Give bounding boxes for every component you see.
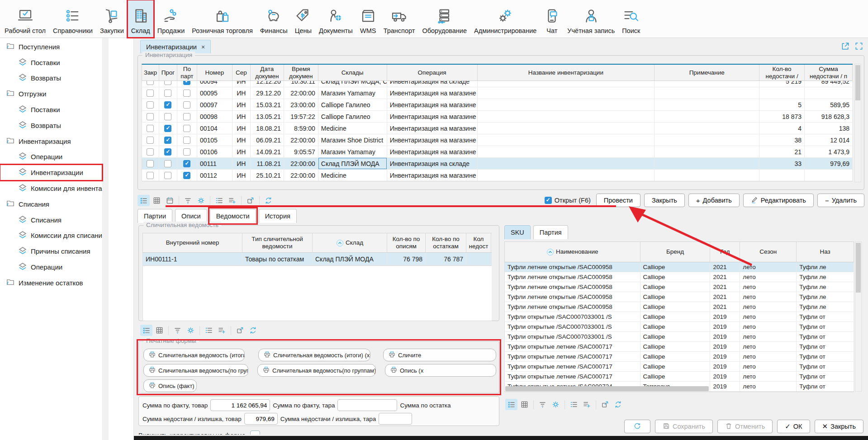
carried-out-checkbox[interactable] [164,90,171,97]
sku-row-12[interactable]: Туфли открытые летние /SAC000717Calliope… [505,372,854,382]
column-header[interactable]: Наименование [505,242,640,262]
view-grid-icon[interactable] [518,399,531,410]
sidebar-item-14[interactable]: Причины списания [0,243,102,259]
sku-row-7[interactable]: Туфли открытые /SAC0007033001 /SCalliope… [505,322,854,332]
closed-checkbox[interactable] [147,137,154,144]
sku-row-8[interactable]: Туфли открытые /SAC0007033001 /SCalliope… [505,332,854,342]
open-external-icon[interactable] [234,325,246,336]
sidebar-item-1[interactable]: Поступления [0,39,102,55]
closed-checkbox[interactable] [147,172,154,179]
sku-row-4[interactable]: Туфли летние открытые /SAC000958Calliope… [505,292,854,302]
table-row-00094[interactable]: 00094ИН12.12.2010:30:11Склад ПЛЭЙ МОДА, … [142,81,853,87]
sku-table-hscrollbar[interactable] [505,386,709,391]
by-party-checkbox[interactable] [183,137,190,144]
sidebar-item-10[interactable]: Комиссии для инвентаризации [0,180,102,196]
sidebar-item-11[interactable]: Списания [0,196,102,212]
column-header[interactable]: Внутренний номер [143,233,242,252]
carried-out-checkbox[interactable] [164,137,171,144]
column-header[interactable]: Название инвентаризации [478,65,655,80]
numbered-list-icon[interactable] [203,325,215,336]
by-party-checkbox[interactable] [183,172,190,179]
by-party-checkbox[interactable] [183,90,190,97]
toolbar-item-14[interactable]: Чат [540,0,564,38]
column-header[interactable]: Кол-вонедостачи / [759,65,805,80]
open-in-window-icon[interactable] [841,42,850,51]
toolbar-item-3[interactable]: Закупки [96,0,128,38]
print-form-button-1[interactable]: Сличительная ведомость (итоги) [143,349,245,361]
column-header[interactable]: Тип сличительнойведомости [242,233,313,252]
fact-goods-input[interactable] [210,399,270,411]
closed-checkbox[interactable] [147,81,154,85]
sidebar-item-12[interactable]: Списания [0,212,102,228]
add-list-icon[interactable] [226,195,238,206]
column-header[interactable]: Бренд [640,242,711,262]
filter-icon[interactable] [182,195,194,206]
column-header[interactable]: Операция [387,65,478,80]
tab-close-icon[interactable]: × [201,43,205,51]
table-row-00104[interactable]: 00104ИН18.08.218:59:00MedicineИнвентариз… [142,123,853,134]
add-list-icon[interactable] [216,325,228,336]
footer-button-1[interactable] [624,420,650,433]
sidebar-item-8[interactable]: Операции [0,149,102,165]
closed-checkbox[interactable] [147,160,154,167]
open-external-icon[interactable] [599,399,611,410]
carried-out-checkbox[interactable] [164,81,171,85]
carried-out-checkbox[interactable] [164,101,171,109]
column-header[interactable]: Год [710,242,740,262]
by-party-checkbox[interactable] [183,148,190,156]
table-row-00111[interactable]: 00111ИН11.08.2122:00:00Склад ПЛЭЙ МОДАИн… [142,158,853,170]
toolbar-item-16[interactable]: Поиск [618,0,644,38]
column-header[interactable]: Кол-во поостаткам [426,233,466,252]
open-external-icon[interactable] [244,195,256,206]
toolbar-item-6[interactable]: Розничная торговля [188,0,256,38]
by-party-checkbox[interactable] [183,81,190,85]
short-tare-input[interactable] [379,413,412,425]
by-party-checkbox[interactable] [183,101,190,109]
toolbar-item-5[interactable]: Продажи [154,0,189,38]
closed-checkbox[interactable] [147,90,154,97]
carried-out-checkbox[interactable] [164,172,171,179]
closed-checkbox[interactable] [147,101,154,109]
sidebar-item-16[interactable]: Изменение остатков [0,275,102,291]
sku-row-2[interactable]: Туфли летние открытые /SAC000958Calliope… [505,272,854,282]
detail-tab-1[interactable]: Партии [138,209,172,223]
column-header[interactable]: Датадокумен [251,65,284,80]
sku-row-1[interactable]: Туфли летние открытые /SAC000958Calliope… [505,262,854,272]
print-form-button-5[interactable]: Сличительная ведомость(по группам) (xls) [257,364,376,377]
column-header[interactable]: Сезон [740,242,797,262]
detail-tab-4[interactable]: История [259,209,297,223]
column-header[interactable]: Номер [197,65,232,80]
filter-icon[interactable] [171,325,184,336]
by-party-checkbox[interactable] [183,113,190,120]
sidebar-item-6[interactable]: Возвраты [0,118,102,133]
sku-row-11[interactable]: Туфли открытые летние /SAC000717Calliope… [505,362,854,372]
sku-row-5[interactable]: Туфли летние открытые /SAC000958Calliope… [505,302,854,312]
column-header[interactable]: Колнедост [466,233,491,252]
print-form-button-4[interactable]: Сличительная ведомость(по группам) [143,364,248,377]
sidebar-item-5[interactable]: Поставки [0,102,102,118]
fact-tare-input[interactable] [337,399,397,411]
settings-gear-icon[interactable] [195,195,207,206]
sidebar-item-9[interactable]: Инвентаризации [0,165,102,180]
sidebar-item-13[interactable]: Комиссии для списания товаров [0,228,102,244]
settings-gear-icon[interactable] [185,325,197,336]
action-button-4[interactable]: Редактировать [743,194,814,207]
column-header[interactable]: Примечание [655,65,759,80]
toolbar-item-4-active[interactable]: Склад [128,0,154,38]
sidebar-item-3[interactable]: Возвраты [0,71,102,86]
table-row-00095[interactable]: 00095ИН29.12.2022:00:00Магазин YamamayИн… [142,87,853,99]
action-button-2[interactable]: Закрыть [644,194,685,207]
column-header[interactable]: Сумманедостачи / п [805,65,853,80]
refresh-loop-icon[interactable] [247,325,259,336]
by-party-checkbox[interactable] [183,160,190,167]
footer-button-3[interactable]: Отменить [717,420,773,433]
action-button-1[interactable]: Провести [596,194,640,207]
carried-out-checkbox[interactable] [164,125,171,132]
toolbar-item-9[interactable]: Документы [315,0,356,38]
open-f6-checkbox-box[interactable] [545,197,552,204]
view-grid-icon[interactable] [153,325,166,336]
sidebar-item-2[interactable]: Поставки [0,55,102,71]
table-row-00105[interactable]: 00105ИН06.09.2122:00:00Магазин Shoe Dist… [142,134,853,146]
open-f6-checkbox[interactable]: Открыт (F6) [545,197,591,204]
column-header[interactable]: Сер [232,65,251,80]
